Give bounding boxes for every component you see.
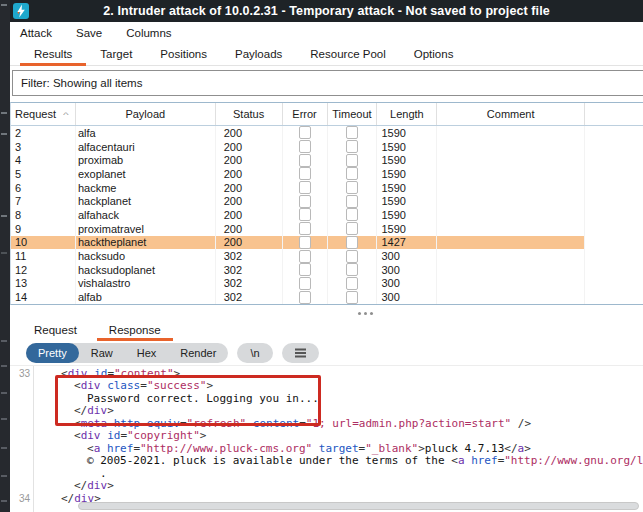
editor-menu-button[interactable] [282, 343, 319, 363]
horizontal-scrollbar-thumb[interactable] [78, 502, 639, 510]
column-header-status[interactable]: Status [216, 103, 283, 125]
cell-comment [437, 263, 585, 277]
newline-toggle-button[interactable]: \n [237, 343, 272, 363]
column-header-request[interactable]: Request^ [11, 103, 76, 125]
cell-request: 13 [11, 277, 76, 291]
table-row[interactable]: 12hacksudoplanet302300 [11, 263, 643, 277]
cell-length: 1590 [377, 222, 437, 236]
column-label: Timeout [332, 108, 371, 120]
cell-filler [585, 290, 643, 304]
menu-columns[interactable]: Columns [126, 27, 171, 39]
timeout-checkbox [346, 250, 358, 263]
horizontal-scrollbar [34, 501, 643, 510]
code-text: © 2005-2021. pluck is available under th… [36, 455, 643, 468]
error-checkbox [299, 222, 311, 235]
timeout-checkbox [346, 195, 358, 208]
line-number: 33 [10, 368, 36, 381]
cell-length: 1590 [377, 167, 437, 181]
table-row[interactable]: 10hacktheplanet2001427 [11, 236, 643, 250]
table-row[interactable]: 3alfacentauri2001590 [11, 140, 643, 154]
cell-length: 1590 [377, 181, 437, 195]
cell-filler [585, 126, 643, 140]
cell-timeout [328, 277, 378, 291]
cell-timeout [328, 290, 378, 304]
cell-error [283, 263, 328, 277]
table-row[interactable]: 13vishalastro302300 [11, 277, 643, 291]
cell-status: 200 [216, 222, 283, 236]
cell-timeout [328, 263, 378, 277]
intruder-lightning-icon [13, 3, 29, 19]
table-row[interactable]: 6hackme2001590 [11, 181, 643, 195]
tab-payloads[interactable]: Payloads [221, 44, 296, 65]
cell-payload: alfahack [76, 208, 216, 222]
results-table-body: 2alfa20015903alfacentauri20015904proxima… [11, 126, 643, 304]
tab-results[interactable]: Results [20, 44, 86, 65]
table-row[interactable]: 9proximatravel2001590 [11, 222, 643, 236]
column-header-timeout[interactable]: Timeout [328, 103, 378, 125]
table-row[interactable]: 7hackplanet2001590 [11, 194, 643, 208]
cell-comment [437, 277, 585, 291]
error-checkbox [299, 236, 311, 249]
split-pane-handle[interactable] [10, 305, 643, 319]
table-row[interactable]: 5exoplanet2001590 [11, 167, 643, 181]
cell-payload: hackplanet [76, 194, 216, 208]
results-table-header: Request^PayloadStatusErrorTimeoutLengthC… [11, 103, 643, 126]
tab-options[interactable]: Options [400, 44, 468, 65]
timeout-checkbox [346, 140, 358, 153]
cell-error [283, 208, 328, 222]
view-mode-hex[interactable]: Hex [125, 343, 169, 363]
view-mode-render[interactable]: Render [168, 343, 228, 363]
cell-request: 10 [11, 236, 76, 250]
response-editor[interactable]: 33<div id="content"><div class="success"… [10, 365, 643, 512]
cell-error [283, 277, 328, 291]
table-row[interactable]: 11hacksudo302300 [11, 249, 643, 263]
view-mode-raw[interactable]: Raw [79, 343, 125, 363]
column-header-payload[interactable]: Payload [76, 103, 216, 125]
cell-filler [585, 208, 643, 222]
column-header-error[interactable]: Error [283, 103, 328, 125]
cell-request: 8 [11, 208, 76, 222]
view-mode-pretty[interactable]: Pretty [26, 343, 79, 363]
cell-filler [585, 249, 643, 263]
filter-bar[interactable]: Filter: Showing all items [12, 70, 643, 96]
filter-text: Filter: Showing all items [21, 77, 142, 89]
cell-filler [585, 153, 643, 167]
table-row[interactable]: 8alfahack2001590 [11, 208, 643, 222]
error-checkbox [299, 126, 311, 139]
menu-attack[interactable]: Attack [20, 27, 52, 39]
error-checkbox [299, 154, 311, 167]
cell-comment [437, 222, 585, 236]
editor-tab-response[interactable]: Response [93, 319, 177, 341]
cell-error [283, 290, 328, 304]
cell-error [283, 249, 328, 263]
tab-target[interactable]: Target [86, 44, 146, 65]
view-mode-group: PrettyRawHexRender [26, 343, 228, 363]
cell-timeout [328, 140, 378, 154]
error-checkbox [299, 250, 311, 263]
cell-status: 302 [216, 263, 283, 277]
cell-timeout [328, 167, 378, 181]
table-row[interactable]: 4proximab2001590 [11, 153, 643, 167]
timeout-checkbox [346, 208, 358, 221]
tab-resource-pool[interactable]: Resource Pool [296, 44, 399, 65]
cell-status: 200 [216, 181, 283, 195]
cell-comment [437, 208, 585, 222]
table-row[interactable]: 2alfa2001590 [11, 126, 643, 140]
line-number [10, 480, 36, 493]
column-label: Request [15, 108, 56, 120]
cell-request: 7 [11, 194, 76, 208]
column-header-comment[interactable]: Comment [437, 103, 585, 125]
cell-timeout [328, 181, 378, 195]
cell-comment [437, 194, 585, 208]
tab-positions[interactable]: Positions [146, 44, 221, 65]
menu-bar: AttackSaveColumns [10, 22, 643, 44]
editor-tab-request[interactable]: Request [18, 319, 93, 341]
table-row[interactable]: 14alfab302300 [11, 290, 643, 304]
menu-save[interactable]: Save [76, 27, 102, 39]
cell-payload: alfa [76, 126, 216, 140]
cell-status: 200 [216, 208, 283, 222]
cell-length: 300 [377, 263, 437, 277]
line-number [10, 405, 36, 418]
column-header-length[interactable]: Length [377, 103, 437, 125]
code-line[interactable]: </div> [10, 480, 643, 493]
